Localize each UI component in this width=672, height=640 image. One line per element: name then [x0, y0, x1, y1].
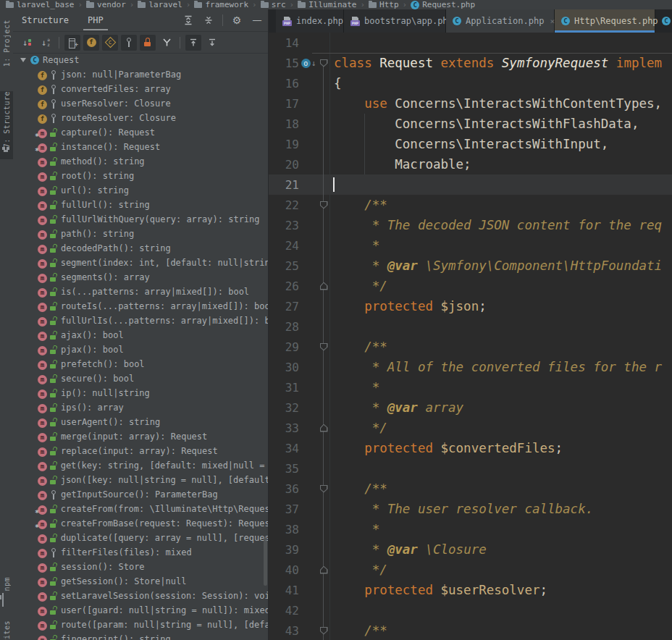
editor-tab-http-request-php[interactable]: CHttp\Request.php×: [555, 9, 655, 33]
code-line-25[interactable]: 25 * @var \Symfony\Component\HttpFoundat…: [269, 256, 672, 276]
tree-item[interactable]: mroot(): string: [13, 169, 268, 183]
code-text[interactable]: */: [329, 560, 672, 580]
code-text[interactable]: Concerns\InteractsWithFlashData,: [329, 114, 672, 134]
code-text[interactable]: /**: [329, 195, 672, 215]
breadcrumb-item[interactable]: CRequest.php: [409, 0, 476, 9]
code-text[interactable]: *: [329, 235, 672, 256]
fold-marker-icon[interactable]: [320, 566, 328, 574]
line-number[interactable]: 43: [274, 624, 299, 638]
code-line-20[interactable]: 20 Macroable;: [269, 154, 672, 174]
code-text[interactable]: */: [329, 418, 672, 438]
tree-item[interactable]: majax(): bool: [13, 328, 268, 342]
tree-item[interactable]: m*createFromBase(request: Request): Requ…: [13, 516, 268, 531]
close-icon[interactable]: ×: [550, 17, 555, 26]
tree-item[interactable]: msetLaravelSession(session: Session): vo…: [13, 589, 268, 603]
code-line-36[interactable]: 36 /**: [269, 479, 672, 499]
tree-item[interactable]: mfingerprint(): string: [13, 632, 268, 640]
code-text[interactable]: {: [329, 73, 672, 93]
code-text[interactable]: Macroable;: [329, 154, 672, 174]
tree-item[interactable]: m*capture(): Request: [13, 125, 268, 140]
line-number[interactable]: 24: [274, 239, 299, 253]
breadcrumb-item[interactable]: vendor: [85, 0, 127, 9]
code-text[interactable]: use Concerns\InteractsWithContentTypes,: [329, 93, 672, 114]
line-number[interactable]: 32: [274, 401, 299, 415]
sort-alphabetically-button[interactable]: ↓az: [38, 35, 54, 51]
code-line-26[interactable]: 26 */: [269, 276, 672, 296]
code-line-15[interactable]: 15o↓class Request extends SymfonyRequest…: [269, 53, 672, 73]
code-line-24[interactable]: 24 *: [269, 235, 672, 256]
line-number[interactable]: 23: [274, 219, 299, 232]
line-number[interactable]: 34: [274, 442, 299, 455]
line-number[interactable]: 33: [274, 421, 299, 435]
autoscroll-to-source-button[interactable]: [185, 35, 201, 51]
breadcrumb-item[interactable]: laravel: [136, 0, 183, 9]
stripe-item----project[interactable]: 1: Project: [0, 13, 13, 80]
tree-item[interactable]: m*instance(): Request: [13, 140, 268, 154]
line-number[interactable]: 28: [274, 320, 299, 334]
code-text[interactable]: class Request extends SymfonyRequest imp…: [329, 53, 672, 73]
hide-button[interactable]: —: [251, 14, 264, 27]
fold-marker-icon[interactable]: [320, 201, 328, 209]
editor-tab-bootstrap-app-php[interactable]: PHPbootstrap\app.php×: [344, 9, 446, 33]
code-text[interactable]: protected $userResolver;: [329, 580, 672, 600]
line-number[interactable]: 38: [274, 523, 299, 536]
line-number[interactable]: 22: [274, 198, 299, 212]
tree-item[interactable]: mfullUrl(): string: [13, 198, 268, 212]
tree-item[interactable]: msegments(): array: [13, 270, 268, 285]
fold-marker-icon[interactable]: [320, 59, 328, 67]
tree-item[interactable]: msecure(): bool: [13, 371, 268, 386]
line-number[interactable]: 36: [274, 482, 299, 496]
code-text[interactable]: * The user resolver callback.: [329, 499, 672, 519]
line-number[interactable]: 30: [274, 361, 299, 374]
breadcrumb-item[interactable]: framework: [193, 0, 250, 9]
show-protected-button[interactable]: [121, 35, 137, 51]
fold-marker-icon[interactable]: [320, 485, 328, 493]
tree-item[interactable]: fconvertedFiles: array: [13, 82, 268, 96]
code-line-30[interactable]: 30 * All of the converted files for the …: [269, 357, 672, 377]
line-number[interactable]: 19: [274, 138, 299, 151]
tree-item[interactable]: mroute([param: null|string = null], [def…: [13, 618, 268, 632]
fold-marker-icon[interactable]: [320, 282, 328, 290]
code-line-18[interactable]: 18 Concerns\InteractsWithFlashData,: [269, 114, 672, 134]
editor-tab-next[interactable]: C: [655, 9, 672, 33]
line-number[interactable]: 15: [274, 56, 299, 70]
expand-all-button[interactable]: [182, 14, 195, 27]
code-line-38[interactable]: 38 *: [269, 519, 672, 539]
sort-by-visibility-button[interactable]: ↓: [19, 35, 35, 51]
breadcrumb-item[interactable]: src: [259, 0, 287, 9]
code-line-23[interactable]: 23 * The decoded JSON content for the re…: [269, 215, 672, 235]
code-line-43[interactable]: 43 /**: [269, 620, 672, 640]
code-text[interactable]: * @var array: [329, 397, 672, 418]
line-number[interactable]: 21: [274, 178, 299, 192]
code-text[interactable]: /**: [329, 620, 672, 640]
expand-arrow-icon[interactable]: [20, 58, 26, 62]
tree-item[interactable]: mpjax(): bool: [13, 342, 268, 357]
code-line-21[interactable]: 21: [269, 174, 672, 195]
code-text[interactable]: * @var \Symfony\Component\HttpFoundati: [329, 256, 672, 276]
code-line-42[interactable]: 42: [269, 600, 672, 620]
code-line-14[interactable]: 14: [269, 33, 672, 53]
line-number[interactable]: 42: [274, 604, 299, 618]
tree-item[interactable]: mgetSession(): Store|null: [13, 574, 268, 589]
code-text[interactable]: /**: [329, 337, 672, 357]
code-line-27[interactable]: 27 protected $json;: [269, 296, 672, 316]
fold-marker-icon[interactable]: [320, 343, 328, 351]
tree-item[interactable]: mdecodedPath(): string: [13, 241, 268, 256]
tree-item[interactable]: mrouteIs(...patterns: array|mixed[]): bo…: [13, 299, 268, 313]
code-line-22[interactable]: 22 /**: [269, 195, 672, 215]
fold-marker-icon[interactable]: [320, 627, 328, 635]
code-line-39[interactable]: 39 * @var \Closure: [269, 539, 672, 560]
stripe-item----structure[interactable]: 7: Structure: [0, 91, 13, 159]
autoscroll-from-source-button[interactable]: [204, 35, 220, 51]
tree-item[interactable]: muser([guard: null|string = null]): mixe…: [13, 603, 268, 618]
show-constants-button[interactable]: c: [102, 35, 118, 51]
code-text[interactable]: * All of the converted files for the r: [329, 357, 672, 377]
code-text[interactable]: /**: [329, 479, 672, 499]
code-text[interactable]: *: [329, 519, 672, 539]
code-line-35[interactable]: 35: [269, 458, 672, 479]
line-number[interactable]: 25: [274, 259, 299, 273]
code-line-41[interactable]: 41 protected $userResolver;: [269, 580, 672, 600]
code-editor[interactable]: 1415o↓class Request extends SymfonyReque…: [269, 33, 672, 640]
line-number[interactable]: 35: [274, 462, 299, 476]
tree-item[interactable]: mfullUrlIs(...patterns: array|mixed[]): …: [13, 313, 268, 328]
